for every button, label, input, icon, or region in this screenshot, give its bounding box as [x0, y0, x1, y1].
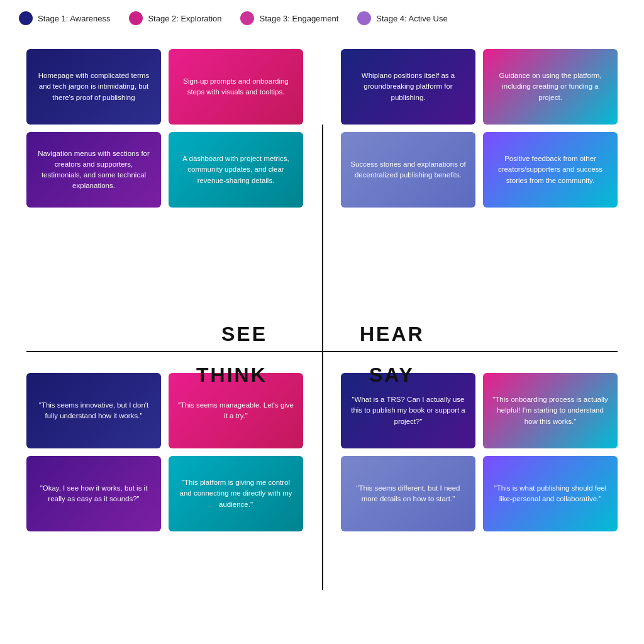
card-q-bottom-right-1: "This onboarding process is actually hel… [483, 373, 618, 448]
card-q-top-right-0: Whiplano positions itself as a groundbre… [341, 49, 475, 125]
quadrant-say: "What is a TRS? Can I actually use this … [331, 367, 618, 606]
legend: Stage 1: Awareness Stage 2: Exploration … [0, 0, 644, 36]
card-q-top-right-3: Positive feedback from other creators/su… [483, 132, 618, 208]
label-say: SAY [369, 364, 414, 387]
card-q-top-left-2: Navigation menus with sections for creat… [26, 132, 161, 208]
card-q-bottom-right-3: "This is what publishing should feel lik… [483, 456, 618, 531]
main-grid: SEE HEAR THINK SAY Homepage with complic… [26, 43, 618, 609]
vertical-axis [322, 125, 323, 590]
legend-dot-stage3 [240, 11, 254, 25]
card-q-bottom-left-0: "This seems innovative, but I don't full… [26, 373, 161, 448]
card-q-top-left-3: A dashboard with project metrics, commun… [169, 132, 303, 208]
legend-item-stage2: Stage 2: Exploration [129, 11, 221, 25]
card-q-top-right-2: Success stories and explanations of dece… [341, 132, 475, 208]
legend-label-stage3: Stage 3: Engagement [259, 14, 338, 23]
card-q-top-left-0: Homepage with complicated terms and tech… [26, 49, 161, 125]
card-q-top-right-1: Guidance on using the platform, includin… [483, 49, 618, 125]
quadrant-see: Homepage with complicated terms and tech… [26, 43, 313, 307]
card-q-bottom-left-2: "Okay, I see how it works, but is it rea… [26, 456, 161, 531]
label-hear: HEAR [360, 323, 425, 346]
legend-label-stage1: Stage 1: Awareness [38, 14, 110, 23]
legend-item-stage4: Stage 4: Active Use [357, 11, 447, 25]
quadrant-think: "This seems innovative, but I don't full… [26, 367, 313, 606]
legend-dot-stage2 [129, 11, 143, 25]
card-q-bottom-right-2: "This seems different, but I need more d… [341, 456, 475, 531]
quadrant-hear: Whiplano positions itself as a groundbre… [331, 43, 618, 307]
label-see: SEE [221, 323, 267, 346]
legend-label-stage2: Stage 2: Exploration [148, 14, 221, 23]
card-q-top-left-1: Sign-up prompts and onboarding steps wit… [169, 49, 303, 125]
legend-item-stage3: Stage 3: Engagement [240, 11, 338, 25]
label-think: THINK [196, 364, 267, 387]
legend-item-stage1: Stage 1: Awareness [19, 11, 110, 25]
card-q-bottom-left-3: "This platform is giving me control and … [169, 456, 303, 531]
legend-dot-stage1 [19, 11, 33, 25]
legend-dot-stage4 [357, 11, 371, 25]
legend-label-stage4: Stage 4: Active Use [376, 14, 447, 23]
